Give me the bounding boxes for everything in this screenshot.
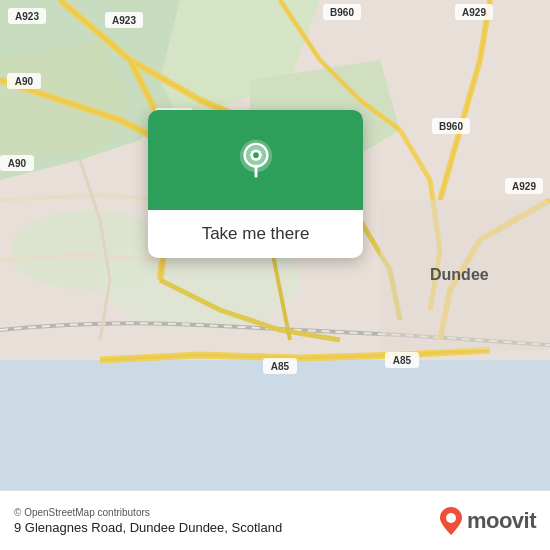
moovit-brand-name: moovit [467,508,536,534]
popup-card-body: Take me there [148,210,363,258]
popup-card-header [148,110,363,210]
location-pin-icon [235,139,277,181]
svg-text:A85: A85 [393,355,412,366]
svg-marker-1 [0,360,550,490]
map-container: A923 A923 A923 A90 A90 B960 B960 A929 A9… [0,0,550,490]
svg-text:A85: A85 [271,361,290,372]
osm-attribution: © OpenStreetMap contributors [14,507,282,518]
svg-text:A929: A929 [462,7,486,18]
svg-text:Dundee: Dundee [430,266,489,283]
moovit-pin-icon [440,507,462,535]
footer-left: © OpenStreetMap contributors 9 Glenagnes… [14,507,282,535]
footer: © OpenStreetMap contributors 9 Glenagnes… [0,490,550,550]
moovit-logo: moovit [440,507,536,535]
take-me-there-button[interactable]: Take me there [202,224,310,244]
svg-point-38 [446,513,456,523]
svg-text:A90: A90 [8,158,27,169]
svg-text:A929: A929 [512,181,536,192]
popup-card: Take me there [148,110,363,258]
svg-text:A923: A923 [15,11,39,22]
svg-text:A923: A923 [112,15,136,26]
svg-point-35 [253,152,259,158]
svg-text:B960: B960 [439,121,463,132]
svg-text:B960: B960 [330,7,354,18]
svg-text:A90: A90 [15,76,34,87]
address-label: 9 Glenagnes Road, Dundee Dundee, Scotlan… [14,520,282,535]
